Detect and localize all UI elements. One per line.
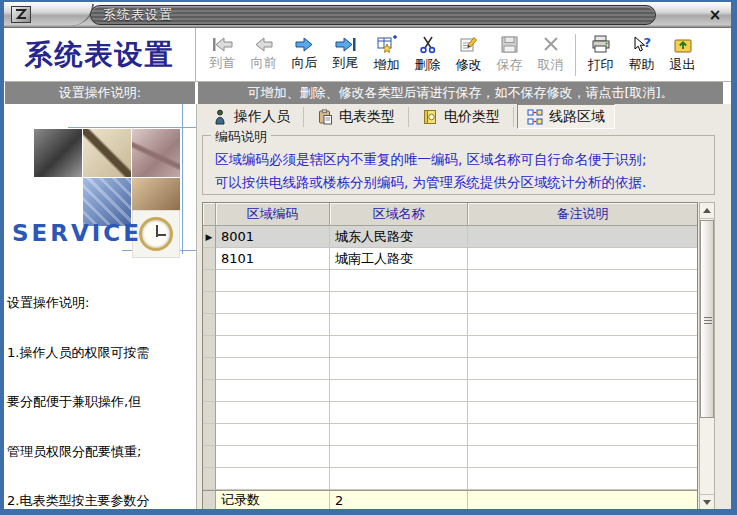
instruction-line: 管理员权限分配要慎重; <box>7 444 194 461</box>
table-empty-row <box>203 358 697 380</box>
tab-price-types[interactable]: 电价类型 <box>412 104 510 129</box>
empty-cell <box>203 446 216 468</box>
tab-operators[interactable]: 操作人员 <box>202 104 300 129</box>
toolbar-button-exit[interactable]: 退出 <box>662 31 703 79</box>
toolbar-button-help[interactable]: ? 帮助 <box>621 31 662 79</box>
table-empty-row <box>203 468 697 490</box>
column-header-region-name[interactable]: 区域名称 <box>330 203 468 226</box>
column-header-region-code[interactable]: 区域编码 <box>216 203 330 226</box>
scrollbar-thumb[interactable] <box>700 220 714 418</box>
collage-line <box>182 104 183 254</box>
cell-remarks[interactable] <box>468 248 697 270</box>
pocket-watch-icon <box>139 217 173 251</box>
empty-cell <box>203 380 216 402</box>
toolbar-button-edit[interactable]: 修改 <box>448 31 489 79</box>
empty-cell <box>468 270 697 292</box>
empty-cell <box>330 402 468 424</box>
empty-cell <box>216 292 330 314</box>
goto-last-icon <box>334 37 357 52</box>
exit-folder-icon <box>673 35 693 54</box>
groupbox-legend: 编码说明 <box>211 128 271 146</box>
tab-meter-types[interactable]: 电表类型 <box>307 104 405 129</box>
toolbar-button-print[interactable]: 打印 <box>580 31 621 79</box>
toolbar-button-last[interactable]: 到尾 <box>325 31 366 79</box>
header-row: 系统表设置 到首 向前 向后 <box>4 28 731 82</box>
toolbar-button-add[interactable]: 增加 <box>366 31 407 79</box>
instruction-bar: 可增加、删除、修改各类型后请进行保存，如不保存修改，请点击[取消]。 <box>198 82 723 104</box>
service-collage-image: SERVICE <box>4 104 196 256</box>
empty-cell <box>216 270 330 292</box>
sidebar: SERVICE 设置操作说明: 1.操作人员的权限可按需 要分配便于兼职操作,但… <box>4 104 197 509</box>
main-area: SERVICE 设置操作说明: 1.操作人员的权限可按需 要分配便于兼职操作,但… <box>4 104 731 509</box>
collage-tile-instruments <box>132 129 180 177</box>
info-bars: 设置操作说明: 可增加、删除、修改各类型后请进行保存，如不保存修改，请点击[取消… <box>4 82 731 104</box>
toolbar-button-save[interactable]: 保存 <box>489 31 530 79</box>
tab-separator <box>513 107 514 127</box>
empty-cell <box>216 314 330 336</box>
empty-cell <box>468 468 697 490</box>
toolbar-button-first[interactable]: 到首 <box>202 31 243 79</box>
tab-line-regions[interactable]: 线路区域 <box>517 104 615 129</box>
instruction-line: 1.操作人员的权限可按需 <box>7 345 194 362</box>
toolbar-button-prev[interactable]: 向前 <box>243 31 284 79</box>
empty-cell <box>203 402 216 424</box>
close-button[interactable]: × <box>705 5 725 24</box>
printer-icon <box>591 35 611 54</box>
empty-cell <box>468 336 697 358</box>
empty-cell <box>203 358 216 380</box>
table-empty-row <box>203 446 697 468</box>
tab-separator <box>303 107 304 127</box>
empty-cell <box>468 446 697 468</box>
empty-cell <box>203 468 216 490</box>
grid-body: ▶ 8001 城东人民路变 8101 城南工人路变 <box>203 226 697 490</box>
table-empty-row <box>203 336 697 358</box>
scroll-up-button[interactable] <box>700 203 714 219</box>
table-empty-row <box>203 270 697 292</box>
operation-instructions: 设置操作说明: 1.操作人员的权限可按需 要分配便于兼职操作,但 管理员权限分配… <box>4 256 196 509</box>
triangle-down-icon <box>703 500 711 505</box>
record-count-row: 记录数 2 <box>203 490 697 509</box>
cell-region-code[interactable]: 8001 <box>216 226 330 248</box>
empty-cell <box>468 358 697 380</box>
region-boxes-icon <box>527 109 543 125</box>
scroll-down-button[interactable] <box>700 494 714 509</box>
grid-header-row: 区域编码 区域名称 备注说明 <box>203 203 697 226</box>
cell-region-code[interactable]: 8101 <box>216 248 330 270</box>
clipboard-icon <box>317 109 333 125</box>
arrow-left-icon <box>252 37 275 52</box>
floppy-disk-icon <box>500 35 519 54</box>
footer-blank-cell <box>468 491 697 509</box>
collage-line <box>68 127 197 128</box>
table-row[interactable]: 8101 城南工人路变 <box>203 248 697 270</box>
empty-cell <box>330 314 468 336</box>
cell-region-name[interactable]: 城南工人路变 <box>330 248 468 270</box>
collage-tile-tools <box>34 129 82 177</box>
row-indicator <box>203 248 216 270</box>
titlebar-curve-decoration <box>60 4 94 26</box>
record-count-value: 2 <box>330 491 468 509</box>
empty-cell <box>330 446 468 468</box>
table-empty-row <box>203 424 697 446</box>
instruction-line: 设置操作说明: <box>7 295 194 312</box>
empty-cell <box>330 270 468 292</box>
current-row-indicator: ▶ <box>203 226 216 248</box>
instruction-line: 2.电表类型按主要参数分 <box>7 493 194 509</box>
titlebar[interactable]: 系统表设置 × <box>4 2 731 28</box>
triangle-up-icon <box>703 208 711 213</box>
cell-remarks[interactable] <box>468 226 697 248</box>
empty-cell <box>203 336 216 358</box>
column-header-remarks[interactable]: 备注说明 <box>468 203 697 226</box>
empty-cell <box>330 358 468 380</box>
toolbar-separator <box>575 34 576 76</box>
cell-region-name[interactable]: 城东人民路变 <box>330 226 468 248</box>
vertical-scrollbar[interactable] <box>699 202 715 509</box>
toolbar-button-delete[interactable]: 删除 <box>407 31 448 79</box>
grid-indicator-header <box>203 203 216 226</box>
empty-cell <box>468 424 697 446</box>
toolbar-button-next[interactable]: 向后 <box>284 31 325 79</box>
empty-cell <box>468 380 697 402</box>
table-empty-row <box>203 402 697 424</box>
toolbar-button-cancel[interactable]: 取消 <box>530 31 571 79</box>
table-row[interactable]: ▶ 8001 城东人民路变 <box>203 226 697 248</box>
coding-note-line: 区域编码必须是辖区内不重复的唯一编码, 区域名称可自行命名便于识别; <box>215 148 708 171</box>
